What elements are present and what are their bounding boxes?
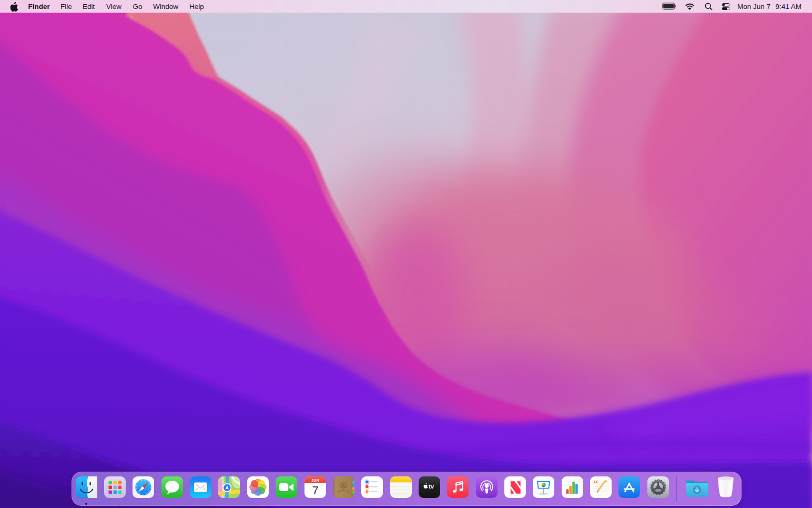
svg-text:tv: tv xyxy=(429,483,434,490)
svg-text:“: “ xyxy=(593,478,598,489)
svg-text:JUN: JUN xyxy=(311,479,319,482)
svg-text:7: 7 xyxy=(312,484,318,497)
